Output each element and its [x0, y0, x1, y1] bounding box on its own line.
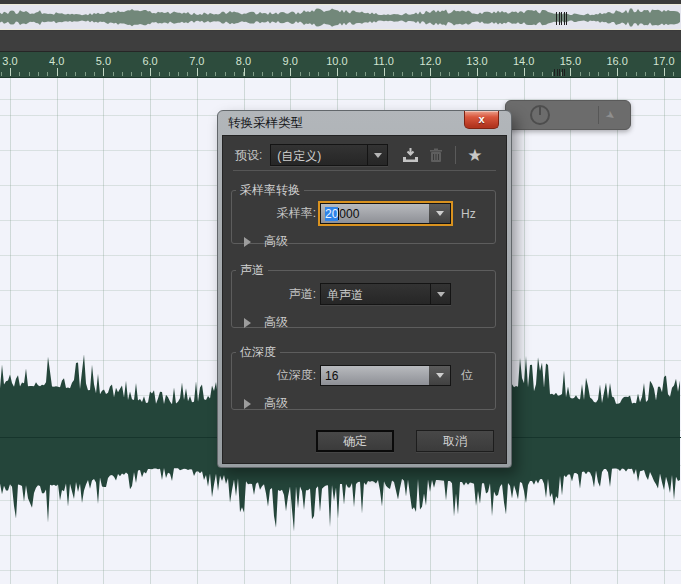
ruler-label: 13.0 [466, 55, 487, 67]
ruler-major-tick [570, 68, 571, 76]
channels-dropdown[interactable]: 单声道 [320, 283, 451, 305]
sample-rate-unit: Hz [461, 207, 476, 221]
ruler-label: 11.0 [373, 55, 394, 67]
waveform-overview-bar [0, 0, 681, 31]
dialog-title: 转换采样类型 [222, 115, 303, 132]
bit-depth-label: 位深度: [232, 367, 320, 384]
ruler-major-tick [10, 68, 11, 76]
channels-group: 声道 声道: 单声道 高级 [231, 262, 496, 328]
bit-depth-row: 位深度: 16 位 [232, 365, 489, 386]
knob-icon[interactable] [530, 105, 550, 125]
ruler-label: 9.0 [283, 55, 298, 67]
sample-rate-legend: 采样率转换 [236, 182, 304, 199]
ruler-label: 17.0 [653, 55, 674, 67]
toolbar-spacer [0, 31, 681, 52]
floating-hud-toolbar[interactable]: ➤ [505, 100, 631, 130]
advanced-label: 高级 [264, 395, 288, 412]
favorite-star-icon[interactable]: ★ [467, 147, 482, 164]
advanced-label: 高级 [264, 233, 288, 250]
bit-depth-value[interactable]: 16 [321, 366, 429, 385]
ruler-major-tick [103, 68, 104, 76]
ruler-major-tick [197, 68, 198, 76]
ruler-label: 4.0 [49, 55, 64, 67]
advanced-label: 高级 [264, 314, 288, 331]
bit-depth-dropdown-arrow[interactable] [429, 366, 450, 385]
channels-legend: 声道 [236, 262, 268, 279]
preset-separator [455, 146, 456, 164]
ruler-label: 3.0 [2, 55, 17, 67]
preset-divider [233, 170, 496, 171]
ruler-label: 15.0 [560, 55, 581, 67]
ruler-label: 7.0 [189, 55, 204, 67]
ruler-major-tick [337, 68, 338, 76]
ruler-label: 6.0 [142, 55, 157, 67]
bit-depth-advanced[interactable]: 高级 [244, 395, 495, 412]
ok-button[interactable]: 确定 [316, 430, 394, 452]
ruler-major-tick [477, 68, 478, 76]
bit-depth-unit: 位 [461, 367, 473, 384]
ruler-major-tick [290, 68, 291, 76]
ruler-major-tick [617, 68, 618, 76]
bit-depth-group: 位深度 位深度: 16 位 高级 [231, 344, 496, 410]
preset-dropdown-arrow[interactable] [367, 145, 387, 165]
bit-depth-legend: 位深度 [236, 344, 280, 361]
delete-preset-button[interactable] [429, 148, 443, 163]
sample-rate-combobox[interactable]: 20000 [320, 203, 451, 224]
channels-dropdown-arrow[interactable] [430, 284, 450, 304]
cancel-button[interactable]: 取消 [416, 430, 494, 452]
ruler-minor-ticks [0, 72, 681, 76]
preset-dropdown[interactable]: (自定义) [270, 144, 388, 166]
sample-rate-row: 采样率: 20000 Hz [232, 203, 489, 224]
sample-rate-advanced[interactable]: 高级 [244, 233, 495, 250]
ruler-label: 16.0 [606, 55, 627, 67]
trash-icon [429, 148, 443, 163]
preset-label: 预设: [235, 147, 262, 164]
pin-icon[interactable]: ➤ [603, 107, 618, 123]
save-icon [402, 148, 419, 163]
convert-sample-type-dialog: 转换采样类型 x 预设: (自定义) [217, 110, 512, 468]
ruler-label: 5.0 [96, 55, 111, 67]
ruler-label: 10.0 [326, 55, 347, 67]
ruler-major-tick [150, 68, 151, 76]
ruler-major-tick [524, 68, 525, 76]
channels-value: 单声道 [321, 284, 430, 304]
save-preset-button[interactable] [402, 148, 419, 163]
channels-label: 声道: [232, 286, 320, 303]
sample-rate-group: 采样率转换 采样率: 20000 Hz 高级 [231, 182, 496, 244]
waveform-overview-strip[interactable] [0, 4, 681, 30]
ruler-major-tick [57, 68, 58, 76]
sample-rate-label: 采样率: [232, 205, 320, 222]
dialog-buttons: 确定 取消 [316, 430, 494, 452]
channels-row: 声道: 单声道 [232, 283, 489, 305]
bit-depth-combobox[interactable]: 16 [320, 365, 451, 386]
dialog-body: 预设: (自定义) ★ [222, 135, 507, 464]
expand-arrow-icon [244, 318, 256, 328]
toolbar-separator [598, 106, 599, 124]
ruler-major-tick [244, 68, 245, 76]
ruler-position-marker [554, 69, 567, 76]
ruler-major-tick [430, 68, 431, 76]
ruler-major-tick [664, 68, 665, 76]
expand-arrow-icon [244, 237, 256, 247]
overview-position-marker[interactable] [556, 12, 569, 25]
ruler-label: 8.0 [236, 55, 251, 67]
ruler-label: 12.0 [420, 55, 441, 67]
close-button[interactable]: x [464, 111, 499, 129]
sample-rate-dropdown-arrow[interactable] [429, 204, 450, 223]
timeline-ruler[interactable]: 3.04.05.06.07.08.09.010.011.012.013.014.… [0, 52, 681, 78]
expand-arrow-icon [244, 399, 256, 409]
channels-advanced[interactable]: 高级 [244, 314, 495, 331]
ruler-major-tick [384, 68, 385, 76]
sample-rate-value[interactable]: 20000 [321, 204, 429, 223]
preset-row: 预设: (自定义) ★ [235, 144, 496, 166]
preset-value: (自定义) [271, 145, 367, 165]
overview-waveform [0, 5, 681, 30]
ruler-label: 14.0 [513, 55, 534, 67]
